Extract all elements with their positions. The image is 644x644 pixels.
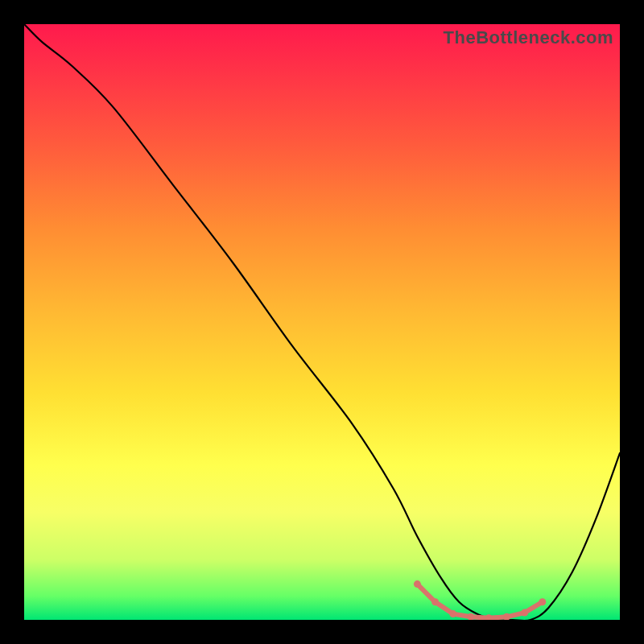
- svg-point-14: [539, 598, 546, 605]
- svg-line-1: [417, 584, 435, 602]
- bottleneck-curve: [24, 24, 620, 620]
- watermark-label: TheBottleneck.com: [444, 27, 613, 48]
- chart-plot-area: TheBottleneck.com: [24, 24, 620, 620]
